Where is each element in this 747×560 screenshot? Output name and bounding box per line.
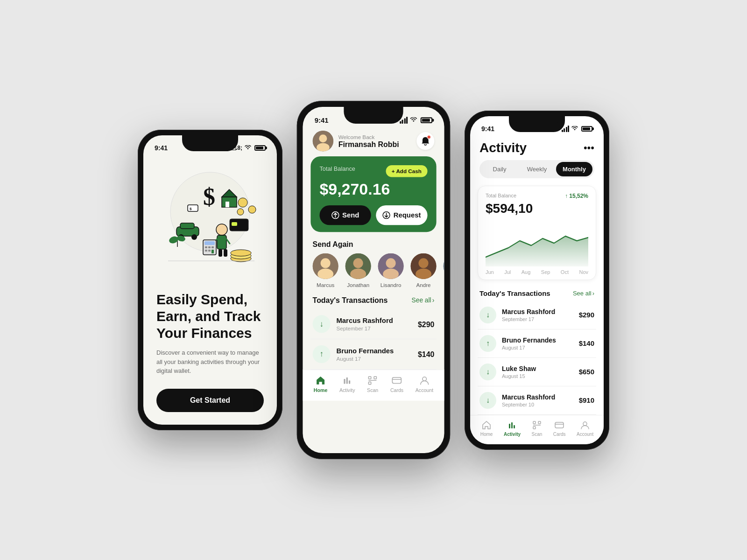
scan-icon	[367, 375, 378, 386]
tx-date: August 17	[502, 345, 573, 350]
period-monthly[interactable]: Monthly	[556, 162, 592, 176]
battery-icon	[421, 117, 432, 123]
nav-item-cards[interactable]: Cards	[553, 420, 566, 437]
svg-point-47	[350, 269, 366, 279]
nav-item-activity[interactable]: Activity	[339, 375, 355, 393]
tx-amount: $910	[579, 396, 594, 404]
chart-svg	[486, 220, 588, 266]
phone3-screen: 9:41 Activity	[470, 116, 604, 444]
request-icon	[382, 211, 390, 219]
tx-date: September 17	[337, 326, 412, 332]
svg-point-76	[583, 422, 587, 426]
request-button[interactable]: Request	[376, 205, 427, 225]
contact-name: Jonathan	[347, 282, 369, 288]
tx-info: Bruno Fernandes August 17	[337, 347, 412, 362]
contact-item[interactable]: Marcus	[313, 253, 338, 288]
svg-point-24	[237, 209, 244, 215]
period-daily[interactable]: Daily	[481, 162, 518, 176]
contact-item[interactable]: Jonathan	[345, 253, 371, 288]
nav-item-home[interactable]: Home	[314, 375, 327, 393]
phone1-pill	[189, 139, 231, 147]
contact-avatar-img	[378, 253, 404, 279]
send-again-title: Send Again	[313, 240, 353, 248]
account-icon	[419, 375, 430, 386]
tx-info: Marcus Rashford September 17	[337, 316, 412, 331]
contact-avatar	[378, 253, 404, 279]
svg-rect-4	[226, 202, 229, 207]
nav-label-account: Account	[577, 432, 593, 437]
svg-point-27	[231, 250, 251, 256]
contact-avatar	[313, 253, 338, 279]
phone-home: 9:41	[297, 101, 451, 459]
phones-container: 9:41 .8;	[119, 83, 628, 478]
nav-label-scan: Scan	[532, 432, 543, 437]
period-weekly[interactable]: Weekly	[519, 162, 555, 176]
see-all-link[interactable]: See all ›	[412, 296, 435, 304]
nav-label-cards: Cards	[390, 387, 403, 393]
svg-rect-30	[205, 246, 207, 248]
svg-point-22	[238, 198, 247, 207]
cards-icon	[554, 420, 564, 430]
transaction-item[interactable]: ↑ Bruno Fernandes August 17 $140	[478, 329, 596, 358]
transaction-item[interactable]: ↓ Marcus Rashford September 17 $290	[478, 301, 596, 329]
tx-info: Marcus Rashford September 17	[502, 308, 573, 322]
svg-rect-19	[224, 249, 227, 257]
svg-rect-59	[349, 380, 350, 384]
tx-amount: $140	[579, 339, 594, 347]
svg-rect-69	[514, 425, 515, 428]
svg-point-38	[319, 134, 327, 142]
phone1-screen: 9:41 .8;	[143, 135, 277, 425]
svg-rect-34	[208, 250, 211, 252]
tx-name: Marcus Rashford	[337, 316, 412, 324]
transactions-header: Today's Transactions See all ›	[303, 296, 444, 304]
contact-avatar-img	[345, 253, 371, 279]
transaction-item[interactable]: ↓ Luke Shaw August 15 $650	[478, 358, 596, 386]
home-icon	[315, 375, 326, 386]
svg-rect-60	[369, 377, 371, 379]
contact-item[interactable]: Lisandro	[378, 253, 404, 288]
send-button[interactable]: Send	[319, 205, 371, 225]
notification-button[interactable]	[416, 132, 434, 150]
nav-item-account[interactable]: Account	[416, 375, 433, 393]
nav-item-activity[interactable]: Activity	[504, 420, 521, 437]
tx-name: Bruno Fernandes	[502, 336, 573, 344]
nav-label-home: Home	[314, 387, 327, 393]
nav-item-account[interactable]: Account	[577, 420, 593, 437]
svg-point-44	[317, 269, 333, 279]
month-label: Sep	[541, 269, 550, 275]
summary-header: Total Balance ↑ 15,52%	[486, 193, 588, 199]
tx-up-icon: ↑	[313, 345, 331, 363]
svg-rect-31	[208, 246, 211, 248]
more-options-button[interactable]: •••	[584, 142, 594, 154]
svg-rect-61	[374, 377, 376, 379]
contact-item[interactable]: Michael	[443, 253, 444, 288]
bottom-nav-activity: Home Activity	[470, 415, 604, 444]
transaction-item[interactable]: ↑ Bruno Fernandes August 17 $140	[310, 339, 436, 370]
svg-rect-68	[511, 422, 513, 428]
contact-avatar-img	[313, 253, 338, 279]
nav-label-home: Home	[480, 432, 493, 437]
transaction-item[interactable]: ↓ Marcus Rashford September 10 $910	[478, 386, 596, 415]
add-cash-button[interactable]: + Add Cash	[386, 165, 427, 177]
svg-point-23	[248, 206, 256, 213]
transactions-list: ↓ Marcus Rashford September 17 $290 ↑ Br…	[303, 309, 444, 370]
nav-item-cards[interactable]: Cards	[390, 375, 403, 393]
transaction-item[interactable]: ↓ Marcus Rashford September 17 $290	[310, 309, 436, 340]
nav-label-account: Account	[416, 387, 433, 393]
avatar-image	[313, 131, 334, 152]
nav-item-scan[interactable]: Scan	[367, 375, 378, 393]
nav-item-scan[interactable]: Scan	[532, 420, 543, 437]
tx-down-icon: ↓	[479, 307, 496, 323]
balance-label: Total Balance	[319, 165, 355, 172]
user-info: Welcome Back Firmansah Robbi	[313, 131, 399, 152]
balance-card: Total Balance + Add Cash $9,270.16 Send	[310, 156, 436, 232]
onboarding-title: Easily Spend, Earn, and Track Your Finan…	[156, 291, 264, 342]
balance-amount: $9,270.16	[319, 180, 427, 198]
svg-point-14	[216, 224, 227, 235]
nav-item-home[interactable]: Home	[480, 420, 493, 437]
get-started-button[interactable]: Get Started	[156, 389, 264, 412]
transactions-title: Today's Transactions	[313, 296, 388, 304]
contact-item[interactable]: Andre	[411, 253, 437, 288]
see-all-link[interactable]: See all ›	[573, 290, 594, 297]
tx-info: Luke Shaw August 15	[502, 365, 573, 379]
